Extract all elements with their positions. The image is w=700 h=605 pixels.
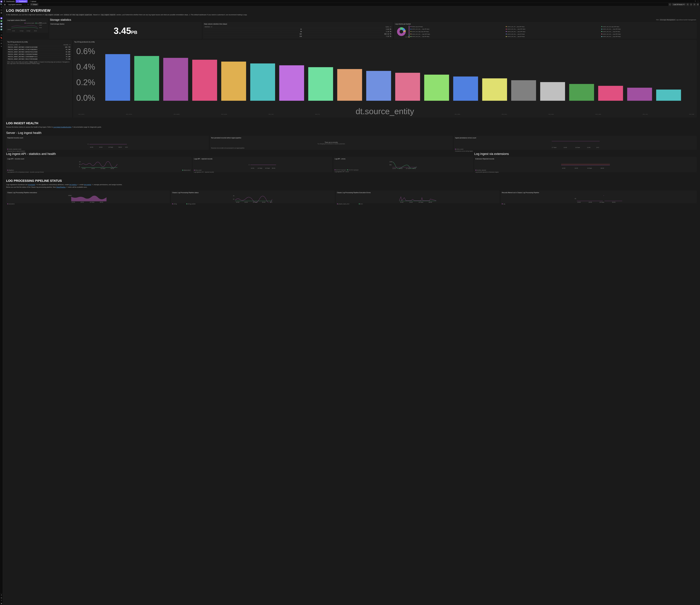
table-row[interactable]: PROCESS_GROUP_INSTANCE-C3A955B08BFFC3C27… [7,55,71,58]
svg-text:18:00: 18:00 [80,201,84,203]
svg-text:0.0%: 0.0% [76,93,95,102]
breadcrumb-dashboards[interactable]: Dashboards [6,1,15,2]
favorite-3-icon[interactable]: ▦ [0,23,2,25]
favorite-4-icon[interactable]: ▣ [0,26,2,28]
table-row[interactable]: PROCESS_GROUP_INSTANCE-151DC6EDCF84AB6D8… [7,53,71,55]
collapse-icon[interactable]: ▣ [4,3,6,6]
more-icon[interactable]: ⋮ [697,0,699,2]
legend-item: custom_sen_low_..._logs (365 days) [601,28,696,30]
settings-button[interactable]: ⚙ [696,3,699,6]
table-row[interactable]: PROCESS_GROUP_INSTANCE-CFF16C743D62B9219… [7,48,71,51]
panel-clp-status: Classic Log Processing Pipeline status 4… [171,191,334,203]
search-icon[interactable]: 🔍 [0,3,2,5]
globe-icon[interactable]: ⊕ [0,597,2,599]
svg-text:0.4%: 0.4% [76,62,95,71]
compass-icon[interactable]: ✦ [0,594,2,596]
grid-icon[interactable]: ▦ [0,12,2,14]
tab-more-icon[interactable]: ⋮ [24,3,26,6]
pipeline-intro: Logs ingested to Dynatrace are processed… [6,184,697,186]
legend-item: custom_sen_low_..._logs (365 days) [506,28,600,30]
menu-icon[interactable]: ☰ [4,0,5,2]
svg-text:5: 5 [79,166,80,168]
table-row[interactable]: PROCESS_GROUP_INSTANCE-4C8A6F4314E19A8B1… [7,46,71,48]
sidebar: ◆ 🔍 ≡ ◫ ▦ ◆ ▲ ▦ ▣ ◐ ⋯ ◷ 🔖 ⬡ ⚙ ● ✦ ⊕ ? ◉ [0,0,3,605]
help-icon[interactable]: ? [694,0,696,2]
link-troubleshooting[interactable]: Log ingest troubleshooting [53,126,71,128]
recents-1-icon[interactable]: ◷ [0,34,2,36]
recents-2-icon[interactable]: 🔖 [0,37,2,39]
add-panel-button[interactable]: ＋ [669,3,671,6]
recents-5-icon[interactable]: ● [0,45,2,47]
intro-text: In this dashboard, you can find a high-l… [6,14,697,16]
panel-api-records: Logs API - records count 1510512:0018:00… [6,157,192,172]
link-log-metrics[interactable]: log metrics [69,184,77,186]
refresh-tab-icon[interactable]: ↻ [27,3,29,6]
panel-ext-rejected: Extension Rejected records 12:0010:0018 … [474,157,697,172]
svg-text:10 Sept: 10 Sept [20,30,24,31]
svg-text:18:00: 18:00 [91,168,95,169]
svg-text:10 Sept: 10 Sept [419,201,423,203]
col-records[interactable]: records ↕ ▾ [58,44,71,46]
svg-text:18 Sept: 18 Sept [587,167,592,169]
pipeline-below: Below you can find the status of the Cla… [6,186,697,188]
svg-rect-16 [105,54,130,101]
panel-rejected-records: Rejected records count 012:0018:0010 Sep… [6,136,209,150]
svg-rect-23 [308,67,333,101]
svg-text:12:00: 12:00 [400,201,403,203]
svg-rect-34 [627,88,652,101]
svg-rect-32 [569,84,594,101]
table-row[interactable]: 352.64 PB [204,28,392,30]
legend-item: custom_sen_low_..._logs (365 days) [601,35,696,38]
question-icon[interactable]: ? [0,600,2,602]
favorite-5-icon[interactable]: ◐ [0,28,2,30]
svg-rect-26 [395,73,420,101]
link-log-events[interactable]: log events [84,184,91,186]
panel-retention: Data volume retention time (days) retent… [203,22,393,39]
upload-button[interactable]: ⤴Upload [29,0,37,2]
tab-title[interactable]: Log ingest overview [7,3,23,6]
cube-icon[interactable]: ◫ [0,9,2,11]
panel-clp-errors: Classic Log Processing Pipeline Executio… [336,191,500,203]
favorite-1-icon[interactable]: ◆ [0,17,2,19]
y-axis-label: 20 GB [7,29,10,30]
table-row[interactable]: 365804.36 TB [204,33,392,35]
user-icon[interactable]: ◉ [0,603,2,604]
logo-icon[interactable]: ◆ [0,1,2,2]
history-button[interactable]: ⟲ [693,3,696,6]
legend-item: custom_sen_low_..._logs (550 days) [601,33,696,35]
svg-text:12:00: 12:00 [587,147,591,148]
link-openpipeline[interactable]: OpenPipeline [56,186,66,188]
col-entity[interactable]: dt.source_entity ↕ ▾ [7,44,58,46]
recents-3-icon[interactable]: ⬡ [0,40,2,42]
panel-clp-exec: Classic Log Processing Pipeline executio… [6,191,170,203]
svg-text:00:00: 00:00 [34,30,37,31]
col-bytes[interactable]: bytes ↕ ▾ [302,26,392,28]
layers-icon[interactable]: ≡ [0,6,2,8]
recents-4-icon[interactable]: ⚙ [0,43,2,44]
favorite-2-icon[interactable]: ▲ [0,20,2,22]
share-button[interactable]: ⇪Share [30,3,38,6]
legend-item: default_logs (35 days) [410,26,505,28]
svg-rect-27 [424,74,449,101]
refresh-dropdown-button[interactable]: ▾ [690,3,693,6]
svg-point-96 [603,195,604,196]
legend-item: custom_sen_low_..._logs (90 days) [410,28,505,30]
svg-text:12:00: 12:00 [90,146,93,148]
table-row[interactable]: 5507.35 TB [204,35,392,38]
new-dashboard-button[interactable]: ＋Dashboard [16,0,28,3]
svg-text:12:0: 12:0 [125,146,128,148]
time-range-picker[interactable]: Last 24 hours▾ [672,3,686,6]
refresh-button[interactable]: ↻ [686,3,689,6]
svg-text:10:00: 10:00 [409,201,412,203]
table-row[interactable]: PROCESS_GROUP_INSTANCE-596117C99C96A00B7… [7,58,71,60]
svg-text:300M: 300M [39,25,42,26]
svg-text:12:00: 12:00 [562,167,565,169]
svg-text:12:00: 12:00 [236,201,240,203]
health-intro: Review the below metrics to assess the h… [6,126,697,128]
col-retention[interactable]: retention ↕ ▾ [204,26,302,28]
svg-rect-24 [337,69,362,101]
table-row[interactable]: PROCESS_GROUP_INSTANCE-D8FD3E794312F6B98… [7,51,71,53]
svg-rect-19 [192,60,217,101]
table-row[interactable]: 902.10 TB [204,30,392,33]
link-processed[interactable]: processed [28,184,35,186]
